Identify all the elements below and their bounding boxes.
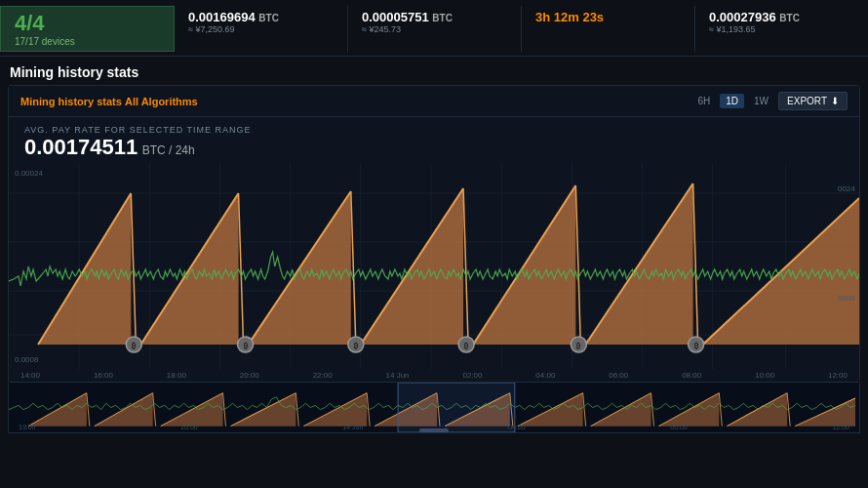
svg-text:0008: 0008	[838, 294, 855, 303]
mini-x-label-2: 20:00	[180, 424, 198, 430]
avg-label: AVG. PAY RATE FOR SELECTED TIME RANGE	[24, 125, 844, 135]
main-chart-svg: ₿ ₿ ₿ ₿ ₿ ₿ 0024 0008	[9, 164, 859, 369]
time-stat: 3h 12m 23s	[522, 6, 695, 52]
svg-line-54	[153, 393, 156, 427]
svg-line-75	[651, 393, 653, 427]
svg-line-26	[463, 188, 468, 345]
y-label-low: 0.0008	[15, 355, 43, 364]
btc-value-2: 0.00005751 BTC	[362, 10, 507, 24]
time-btn-1w[interactable]: 1W	[748, 94, 774, 108]
time-btn-6h[interactable]: 6H	[691, 94, 716, 108]
x-label-12: 12:00	[828, 371, 848, 380]
top-stats-bar: 4/4 17/17 devices 0.00169694 BTC ≈ ¥7,25…	[0, 0, 868, 57]
x-label-6: 14 Jun	[386, 371, 410, 380]
y-axis-labels: 0.00024 0.0008	[15, 164, 43, 369]
x-label-2: 16:00	[94, 371, 113, 380]
section-title: Mining history stats	[0, 57, 868, 85]
avg-value-row: 0.00174511 BTC / 24h	[24, 135, 844, 160]
mini-x-label-4: 04:00	[508, 424, 526, 430]
devices-value: 4/4	[15, 11, 160, 36]
svg-line-51	[87, 393, 90, 427]
export-button[interactable]: EXPORT ⬇	[778, 92, 848, 110]
mini-x-label-5: 06:00	[670, 424, 688, 430]
btc-value-3: 0.00027936 BTC	[709, 10, 854, 24]
avg-pay-section: AVG. PAY RATE FOR SELECTED TIME RANGE 0.…	[9, 117, 859, 164]
svg-text:0024: 0024	[838, 184, 855, 193]
svg-line-78	[719, 393, 722, 427]
mini-x-label-1: 19:00	[19, 424, 36, 430]
time-value: 3h 12m 23s	[535, 10, 681, 24]
export-icon: ⬇	[831, 96, 839, 106]
x-axis: 14:00 16:00 18:00 20:00 22:00 14 Jun 02:…	[9, 369, 859, 382]
mini-x-label-3: 14 Jun	[342, 424, 363, 430]
btc-value-1: 0.00169694 BTC	[188, 10, 334, 24]
time-btn-1d[interactable]: 1D	[720, 94, 744, 108]
chart-header: Mining history stats All Algorithms 6H 1…	[9, 86, 859, 117]
btc-stat-1: 0.00169694 BTC ≈ ¥7,250.69	[175, 6, 348, 52]
main-chart: 0.00024 0.0008	[9, 164, 859, 369]
chart-controls: 6H 1D 1W EXPORT ⬇	[691, 92, 848, 110]
devices-label: 17/17 devices	[15, 36, 160, 47]
avg-value: 0.00174511	[24, 135, 138, 159]
x-label-8: 04:00	[535, 371, 555, 380]
x-label-11: 10:00	[755, 371, 774, 380]
btc-sub-1: ≈ ¥7,250.69	[188, 24, 334, 34]
btc-stat-2: 0.00005751 BTC ≈ ¥245.73	[348, 6, 522, 52]
btc-sub-3: ≈ ¥1,193.65	[709, 24, 854, 34]
chart-title: Mining history stats All Algorithms	[20, 96, 198, 107]
svg-line-72	[583, 393, 586, 427]
devices-stat: 4/4 17/17 devices	[0, 6, 175, 52]
svg-line-29	[575, 185, 580, 345]
y-label-top: 0.00024	[15, 169, 43, 178]
x-label-10: 08:00	[682, 371, 701, 380]
x-label-4: 20:00	[240, 371, 259, 380]
x-label-7: 02:00	[462, 371, 482, 380]
svg-line-17	[131, 193, 136, 345]
x-label-1: 14:00	[20, 371, 40, 380]
svg-line-20	[239, 193, 244, 345]
x-label-9: 06:00	[609, 371, 628, 380]
svg-line-32	[693, 183, 698, 345]
svg-line-23	[351, 191, 356, 345]
mini-chart-container[interactable]: 19:00 20:00 14 Jun 04:00 06:00 12:00	[8, 383, 860, 433]
avg-unit: BTC / 24h	[142, 143, 195, 157]
chart-container: Mining history stats All Algorithms 6H 1…	[8, 85, 860, 383]
x-label-5: 22:00	[313, 371, 333, 380]
btc-sub-2: ≈ ¥245.73	[362, 24, 507, 34]
x-label-3: 18:00	[167, 371, 186, 380]
mini-x-label-6: 12:00	[832, 424, 849, 430]
btc-stat-3: 0.00027936 BTC ≈ ¥1,193.65	[695, 6, 868, 52]
